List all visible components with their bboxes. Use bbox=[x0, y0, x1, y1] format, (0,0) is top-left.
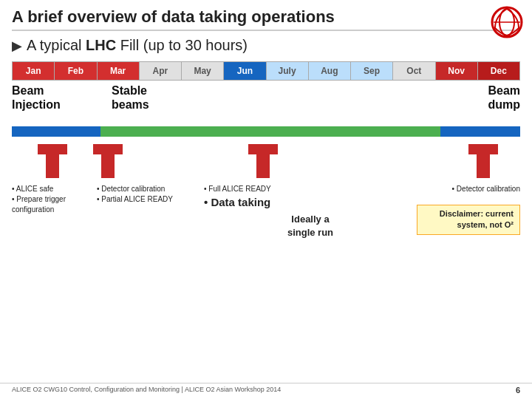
month-cell-apr: Apr bbox=[140, 62, 182, 80]
arrow-3 bbox=[248, 144, 278, 178]
bullets-section: • ALICE safe • Prepare trigger configura… bbox=[12, 184, 520, 239]
ideally-text: Ideally asingle run bbox=[204, 213, 417, 239]
bullet-col-4: • Detector calibration Disclaimer: curre… bbox=[417, 184, 520, 235]
labels-row: BeamInjection Stablebeams Beamdump bbox=[12, 81, 520, 117]
bullet-col-2: • Detector calibration • Partial ALICE R… bbox=[97, 184, 204, 205]
months-row: JanFebMarAprMayJunJulyAugSepOctNovDec bbox=[12, 61, 520, 81]
timeline-section bbox=[12, 120, 520, 143]
bullet-full-alice: • Full ALICE READY bbox=[204, 184, 417, 194]
page-title: A brief overview of data taking operatio… bbox=[12, 7, 520, 31]
label-beam-dump: Beamdump bbox=[439, 83, 520, 112]
disclaimer-box: Disclaimer: current system, not O² bbox=[417, 205, 520, 235]
bullet-data-taking: • Data taking bbox=[204, 194, 417, 210]
footer: ALICE O2 CWG10 Control, Configuration an… bbox=[0, 383, 532, 395]
month-cell-may: May bbox=[182, 62, 224, 80]
arrow-icon: ▶ bbox=[12, 38, 22, 54]
bullet-partial-alice: • Partial ALICE READY bbox=[97, 194, 204, 205]
arrow-1 bbox=[38, 144, 67, 178]
bullet-detector-calib-right: • Detector calibration bbox=[417, 184, 520, 194]
month-cell-aug: Aug bbox=[309, 62, 351, 80]
month-cell-jan: Jan bbox=[13, 62, 55, 80]
bar-green bbox=[100, 126, 440, 137]
bullet-detector-cal: • Detector calibration bbox=[97, 184, 204, 194]
footer-text: ALICE O2 CWG10 Control, Configuration an… bbox=[12, 386, 281, 395]
alice-logo bbox=[491, 6, 523, 38]
bullet-prepare: • Prepare trigger bbox=[12, 194, 97, 205]
arrow-2 bbox=[93, 144, 123, 178]
month-cell-feb: Feb bbox=[55, 62, 97, 80]
subtitle: ▶ A typical LHC Fill (up to 30 hours) bbox=[12, 37, 520, 54]
subtitle-text: A typical LHC Fill (up to 30 hours) bbox=[27, 37, 248, 54]
arrows-section bbox=[12, 144, 520, 181]
label-stable-beams: Stablebeams bbox=[112, 83, 193, 112]
month-cell-dec: Dec bbox=[478, 62, 519, 80]
arrow-4 bbox=[468, 144, 498, 178]
month-cell-sep: Sep bbox=[351, 62, 393, 80]
label-beam-injection: BeamInjection bbox=[12, 83, 108, 112]
month-cell-oct: Oct bbox=[393, 62, 435, 80]
footer-page: 6 bbox=[516, 386, 520, 395]
calendar-section: JanFebMarAprMayJunJulyAugSepOctNovDec bbox=[12, 61, 520, 81]
bullet-alice-safe: • ALICE safe bbox=[12, 184, 97, 194]
bullet-col-3: • Full ALICE READY • Data taking Ideally… bbox=[204, 184, 417, 239]
month-cell-jun: Jun bbox=[224, 62, 266, 80]
bullet-trigger-config: configuration bbox=[12, 205, 97, 215]
month-cell-nov: Nov bbox=[436, 62, 478, 80]
month-cell-july: July bbox=[267, 62, 309, 80]
bullet-col-1: • ALICE safe • Prepare trigger configura… bbox=[12, 184, 97, 215]
month-cell-mar: Mar bbox=[98, 62, 140, 80]
